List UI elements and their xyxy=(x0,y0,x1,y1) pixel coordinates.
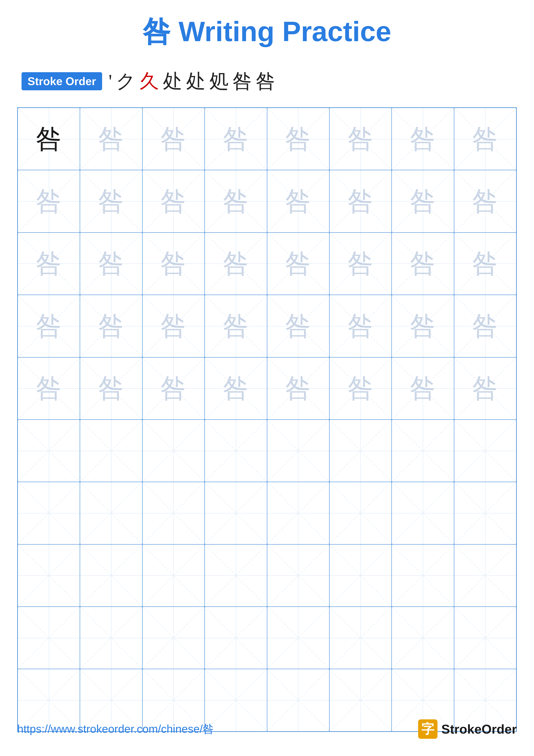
grid-cell[interactable] xyxy=(142,607,205,669)
grid-cell[interactable]: 咎 xyxy=(80,295,142,357)
grid-cell[interactable]: 咎 xyxy=(80,170,142,232)
grid-cell[interactable] xyxy=(454,482,516,544)
grid-cell[interactable]: 咎 xyxy=(329,108,392,170)
grid-cell[interactable] xyxy=(329,482,392,544)
grid-cell[interactable] xyxy=(18,607,80,669)
grid-cell[interactable]: 咎 xyxy=(454,357,516,419)
grid-cell[interactable] xyxy=(329,544,392,607)
grid-cell[interactable]: 咎 xyxy=(454,295,516,357)
grid-cell[interactable]: 咎 xyxy=(454,170,516,232)
grid-cell[interactable] xyxy=(392,482,454,544)
grid-cell[interactable]: 咎 xyxy=(142,232,205,295)
svg-line-135 xyxy=(205,607,267,669)
grid-cell[interactable] xyxy=(329,419,392,482)
practice-char: 咎 xyxy=(410,126,436,152)
grid-cell[interactable]: 咎 xyxy=(80,232,142,295)
grid-cell[interactable]: 咎 xyxy=(142,108,205,170)
grid-cell[interactable]: 咎 xyxy=(267,108,329,170)
stroke-step-1: ' xyxy=(109,70,112,93)
svg-line-133 xyxy=(142,607,204,669)
svg-line-119 xyxy=(205,545,267,607)
grid-cell[interactable] xyxy=(205,482,267,544)
grid-cell[interactable]: 咎 xyxy=(18,357,80,419)
grid-cell[interactable]: 咎 xyxy=(205,170,267,232)
grid-cell[interactable] xyxy=(142,544,205,607)
svg-line-130 xyxy=(80,607,142,669)
grid-cell[interactable]: 咎 xyxy=(329,357,392,419)
svg-line-124 xyxy=(392,545,454,607)
grid-cell[interactable]: 咎 xyxy=(454,232,516,295)
grid-cell[interactable]: 咎 xyxy=(205,295,267,357)
grid-cell[interactable]: 咎 xyxy=(329,232,392,295)
grid-cell[interactable] xyxy=(267,419,329,482)
grid-cell[interactable] xyxy=(142,482,205,544)
practice-char: 咎 xyxy=(285,313,311,339)
practice-char: 咎 xyxy=(161,375,186,401)
grid-cell[interactable] xyxy=(80,544,142,607)
grid-cell[interactable] xyxy=(392,544,454,607)
grid-cell[interactable]: 咎 xyxy=(267,295,329,357)
grid-cell[interactable]: 咎 xyxy=(142,357,205,419)
stroke-step-6: 処 xyxy=(209,68,229,94)
grid-cell[interactable]: 咎 xyxy=(205,232,267,295)
grid-cell[interactable] xyxy=(329,607,392,669)
grid-cell[interactable]: 咎 xyxy=(18,295,80,357)
grid-cell[interactable]: 咎 xyxy=(392,357,454,419)
svg-line-139 xyxy=(330,607,392,669)
grid-cell[interactable] xyxy=(392,419,454,482)
grid-cell[interactable] xyxy=(80,419,142,482)
grid-cell[interactable]: 咎 xyxy=(80,108,142,170)
grid-cell[interactable]: 咎 xyxy=(329,295,392,357)
practice-char: 咎 xyxy=(410,375,436,401)
svg-line-107 xyxy=(330,482,392,544)
grid-cell[interactable] xyxy=(267,544,329,607)
grid-cell[interactable]: 咎 xyxy=(392,170,454,232)
grid-cell[interactable] xyxy=(267,482,329,544)
grid-cell[interactable] xyxy=(454,607,516,669)
grid-cell[interactable]: 咎 xyxy=(205,108,267,170)
stroke-step-5: 处 xyxy=(186,68,206,94)
grid-cell[interactable] xyxy=(142,419,205,482)
svg-line-87 xyxy=(205,420,267,482)
svg-line-97 xyxy=(18,482,80,544)
practice-char: 咎 xyxy=(36,251,62,277)
svg-line-129 xyxy=(18,607,80,669)
grid-cell[interactable]: 咎 xyxy=(18,108,80,170)
grid-cell[interactable]: 咎 xyxy=(392,108,454,170)
grid-cell[interactable] xyxy=(205,544,267,607)
svg-line-105 xyxy=(267,482,329,544)
grid-cell[interactable]: 咎 xyxy=(205,357,267,419)
svg-line-90 xyxy=(330,420,392,482)
svg-line-114 xyxy=(80,545,142,607)
grid-cell[interactable]: 咎 xyxy=(18,170,80,232)
grid-cell[interactable]: 咎 xyxy=(142,170,205,232)
grid-cell[interactable]: 咎 xyxy=(267,357,329,419)
practice-char: 咎 xyxy=(410,313,436,339)
grid-cell[interactable]: 咎 xyxy=(267,170,329,232)
grid-cell[interactable]: 咎 xyxy=(18,232,80,295)
grid-cell[interactable]: 咎 xyxy=(267,232,329,295)
grid-cell[interactable]: 咎 xyxy=(80,357,142,419)
grid-cell[interactable]: 咎 xyxy=(392,295,454,357)
grid-cell[interactable] xyxy=(454,419,516,482)
grid-cell[interactable] xyxy=(392,607,454,669)
grid-cell[interactable] xyxy=(18,419,80,482)
grid-cell[interactable] xyxy=(80,607,142,669)
grid-cell[interactable] xyxy=(18,544,80,607)
svg-line-103 xyxy=(205,482,267,544)
grid-cell[interactable] xyxy=(205,419,267,482)
grid-cell[interactable] xyxy=(80,482,142,544)
stroke-sequence: ' ク 久 处 处 処 咎 咎 xyxy=(109,68,275,94)
grid-cell[interactable] xyxy=(267,607,329,669)
grid-cell[interactable]: 咎 xyxy=(454,108,516,170)
grid-cell[interactable] xyxy=(454,544,516,607)
practice-char: 咎 xyxy=(223,375,249,401)
grid-cell[interactable]: 咎 xyxy=(392,232,454,295)
svg-line-137 xyxy=(267,607,329,669)
practice-char: 咎 xyxy=(348,251,373,277)
grid-cell[interactable]: 咎 xyxy=(142,295,205,357)
grid-cell[interactable] xyxy=(205,607,267,669)
grid-cell[interactable] xyxy=(18,482,80,544)
practice-char: 咎 xyxy=(285,251,311,277)
grid-cell[interactable]: 咎 xyxy=(329,170,392,232)
